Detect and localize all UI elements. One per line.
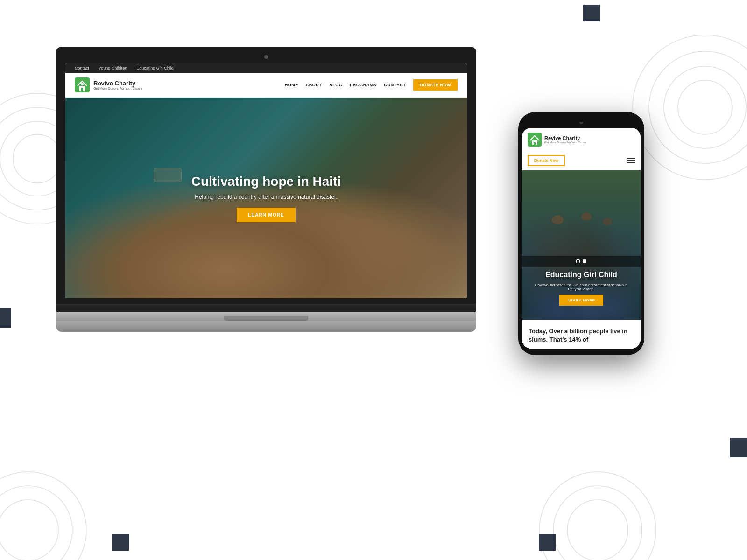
topbar-young-children[interactable]: Young Children xyxy=(99,66,127,70)
laptop-hero-learn-more-button[interactable]: LEARN MORE xyxy=(237,208,295,222)
phone-notch-bar xyxy=(522,119,641,124)
laptop-navbar: Revive Charity Get More Donors For Your … xyxy=(65,73,467,98)
phone-screen: Revive Charity Get More Donors For Your … xyxy=(522,128,641,349)
svg-point-10 xyxy=(0,500,58,560)
svg-point-7 xyxy=(678,80,732,134)
dark-square-right-mid xyxy=(730,438,747,457)
scene: Contact Young Children Educating Girl Ch… xyxy=(0,0,747,560)
svg-point-3 xyxy=(13,134,62,183)
phone-action-row: Donate Now xyxy=(522,151,641,170)
laptop-screen: Contact Young Children Educating Girl Ch… xyxy=(65,63,467,298)
hamburger-line-3 xyxy=(627,162,635,163)
phone-dot-1[interactable] xyxy=(576,259,580,263)
phone: Revive Charity Get More Donors For Your … xyxy=(518,112,644,355)
laptop-body: Contact Young Children Educating Girl Ch… xyxy=(56,47,476,304)
svg-point-12 xyxy=(553,486,642,560)
nav-programs[interactable]: PROGRAMS xyxy=(350,83,376,87)
laptop-topbar: Contact Young Children Educating Girl Ch… xyxy=(65,63,467,73)
dark-square-top-right xyxy=(583,5,600,21)
dark-square-left-mid xyxy=(0,308,11,328)
topbar-educating[interactable]: Educating Girl Child xyxy=(136,66,174,70)
phone-hero: Educating Girl Child How we increased th… xyxy=(522,170,641,320)
laptop-base-top xyxy=(56,312,476,321)
phone-body: Revive Charity Get More Donors For Your … xyxy=(518,112,644,355)
phone-hero-overlay: Educating Girl Child How we increased th… xyxy=(522,170,641,320)
nav-blog[interactable]: BLOG xyxy=(329,83,342,87)
svg-point-13 xyxy=(567,500,628,560)
laptop-hinge xyxy=(56,304,476,312)
phone-hero-learn-more-button[interactable]: LEARN MORE xyxy=(559,295,604,306)
nav-about[interactable]: ABOUT xyxy=(306,83,322,87)
laptop-camera xyxy=(264,55,268,59)
phone-menu-button[interactable] xyxy=(627,158,635,163)
phone-hero-title: Educating Girl Child xyxy=(545,271,617,279)
laptop-trackpad-area xyxy=(224,316,308,321)
phone-notch xyxy=(563,112,600,122)
phone-bottom-section: Today, Over a billion people live in slu… xyxy=(522,320,641,349)
laptop-hero-title: Cultivating hope in Haiti xyxy=(191,174,341,189)
hamburger-line-2 xyxy=(627,160,635,161)
laptop-logo: Revive Charity Get More Donors For Your … xyxy=(75,77,142,92)
phone-navbar: Revive Charity Get More Donors For Your … xyxy=(522,128,641,151)
phone-hero-subtitle: How we increased the Girl child enrollme… xyxy=(522,283,641,291)
laptop-base-bottom xyxy=(56,321,476,332)
phone-dot-2[interactable] xyxy=(583,259,586,263)
nav-contact[interactable]: CONTACT xyxy=(384,83,406,87)
phone-donate-button[interactable]: Donate Now xyxy=(528,155,565,166)
laptop-hero-overlay: Cultivating hope in Haiti Helping rebuil… xyxy=(65,98,467,298)
svg-point-8 xyxy=(0,472,86,560)
phone-logo: Revive Charity Get More Donors For Your … xyxy=(528,133,586,147)
phone-logo-icon xyxy=(528,133,542,147)
svg-point-4 xyxy=(633,35,747,180)
phone-logo-text: Revive Charity Get More Donors For Your … xyxy=(544,135,586,144)
svg-point-16 xyxy=(81,83,84,85)
laptop-hero-subtitle: Helping rebuild a country after a massiv… xyxy=(195,194,338,200)
topbar-contact[interactable]: Contact xyxy=(75,66,89,70)
phone-slide-dots xyxy=(522,256,641,267)
svg-point-6 xyxy=(664,66,746,148)
laptop-hero: Cultivating hope in Haiti Helping rebuil… xyxy=(65,98,467,298)
laptop-logo-icon xyxy=(75,77,90,92)
hamburger-line-1 xyxy=(627,158,635,159)
laptop-donate-button[interactable]: DONATE NOW xyxy=(413,79,458,91)
circles-bottom-left xyxy=(0,465,93,560)
laptop: Contact Young Children Educating Girl Ch… xyxy=(56,47,476,332)
nav-home[interactable]: HOME xyxy=(285,83,298,87)
svg-point-9 xyxy=(0,486,72,560)
laptop-logo-text: Revive Charity Get More Donors For Your … xyxy=(93,80,142,90)
laptop-nav-links: HOME ABOUT BLOG PROGRAMS CONTACT DONATE … xyxy=(285,79,458,91)
dark-square-bottom-left xyxy=(112,534,129,551)
phone-bottom-text: Today, Over a billion people live in slu… xyxy=(529,327,634,344)
dark-square-bottom-right xyxy=(539,534,556,551)
